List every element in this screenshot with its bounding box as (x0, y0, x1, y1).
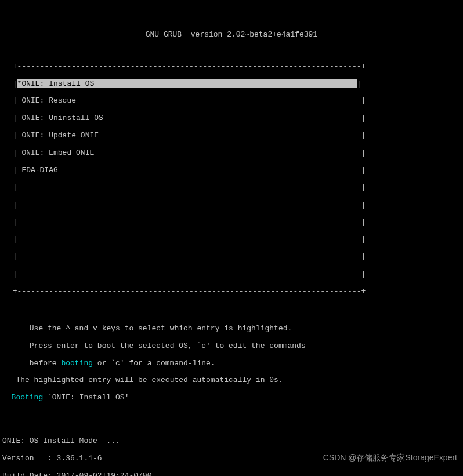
menu-item-update[interactable]: ONIE: Update ONIE (17, 131, 99, 140)
grub-menu[interactable]: +---------------------------------------… (8, 54, 455, 305)
menu-item-install-os[interactable]: *ONIE: Install OS (17, 79, 357, 88)
instructions: Use the ^ and v keys to select which ent… (2, 316, 461, 411)
menu-row[interactable]: | ONIE: Rescue | (8, 97, 455, 106)
border-bottom: +---------------------------------------… (8, 288, 455, 296)
border-top: +---------------------------------------… (8, 63, 455, 71)
menu-row-empty: | | (8, 201, 455, 210)
menu-row-empty: | | (8, 270, 455, 279)
instr-line: before booting or `c' for a command-line… (2, 359, 461, 368)
blank-line (2, 420, 461, 428)
menu-item-embed[interactable]: ONIE: Embed ONIE (17, 148, 95, 157)
menu-item-eda[interactable]: EDA-DIAG (17, 166, 58, 175)
log-line: ONIE: OS Install Mode ... (2, 437, 461, 446)
menu-row[interactable]: | ONIE: Uninstall OS | (8, 114, 455, 123)
menu-row[interactable]: | ONIE: Embed ONIE | (8, 149, 455, 158)
log-line: Build Date: 2017-09-02T19:24-0700 (2, 472, 461, 476)
watermark: CSDN @存储服务专家StorageExpert (323, 453, 457, 462)
menu-row-empty: | | (8, 235, 455, 244)
menu-row-empty: | | (8, 219, 455, 227)
instr-line: Press enter to boot the selected OS, `e'… (2, 342, 461, 351)
menu-row[interactable]: | ONIE: Update ONIE | (8, 132, 455, 140)
menu-item-uninstall[interactable]: ONIE: Uninstall OS (17, 114, 103, 122)
grub-title: GNU GRUB version 2.02~beta2+e4a1fe391 (2, 31, 461, 39)
menu-row[interactable]: |*ONIE: Install OS | (8, 80, 455, 89)
instr-booting: Booting `ONIE: Install OS' (2, 394, 461, 402)
instr-line: The highlighted entry will be executed a… (2, 376, 461, 385)
menu-row[interactable]: | EDA-DIAG | (8, 166, 455, 175)
menu-row-empty: | | (8, 253, 455, 261)
menu-row-empty: | | (8, 184, 455, 192)
menu-item-rescue[interactable]: ONIE: Rescue (17, 96, 76, 105)
instr-line: Use the ^ and v keys to select which ent… (2, 325, 461, 333)
